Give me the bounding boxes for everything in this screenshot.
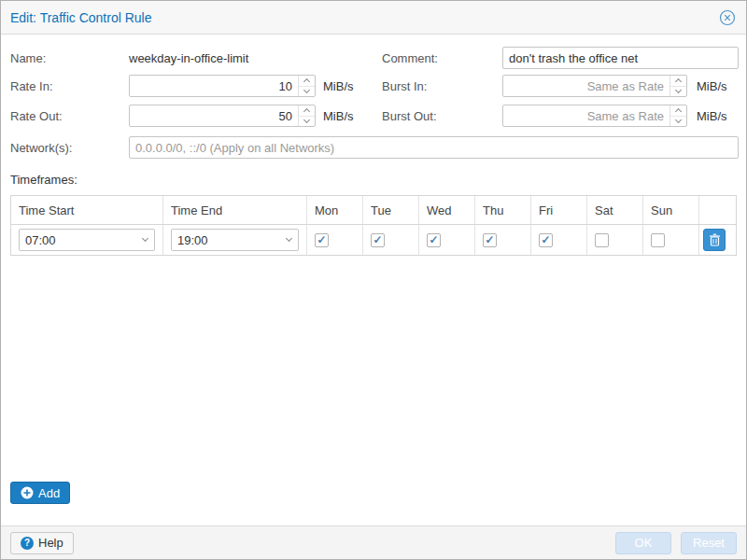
chevron-down-icon [141,235,148,242]
rate-out-unit: MiB/s [323,109,354,123]
comment-field-wrap [502,47,739,69]
burst-out-input[interactable] [503,105,686,126]
trash-icon [709,233,721,246]
header-time-start[interactable]: Time Start [11,196,163,224]
burst-in-spinner [669,76,686,96]
timeframes-grid: Time Start Time End Mon Tue Wed Thu Fri … [10,195,737,256]
rate-out-label: Rate Out: [10,109,63,123]
burst-out-label: Burst Out: [382,109,437,123]
rate-in-spinner [298,76,315,96]
rate-in-field-wrap [129,75,316,97]
day-cell-wed [419,225,475,255]
header-actions [699,196,736,224]
burst-in-spin-up[interactable] [670,76,686,87]
name-value: weekday-in-office-limit [129,51,248,65]
close-button[interactable] [718,8,737,27]
dialog-titlebar: Edit: Traffic Control Rule [1,1,746,35]
burst-in-spin-down[interactable] [670,87,686,97]
row-actions-cell [699,225,736,255]
timeframes-header-row: Time Start Time End Mon Tue Wed Thu Fri … [11,196,736,225]
day-cell-sat [587,225,643,255]
day-cell-tue [363,225,419,255]
add-button-label: Add [38,486,60,500]
checkbox-thu[interactable] [483,233,497,247]
day-cell-sun [643,225,699,255]
networks-input[interactable] [130,137,738,158]
checkbox-mon[interactable] [315,233,329,247]
time-end-cell [163,225,307,255]
timeframes-label: Timeframes: [10,173,78,187]
reset-button[interactable]: Reset [681,532,737,554]
delete-row-button[interactable] [703,229,726,251]
timeframe-row [11,225,736,255]
time-start-input[interactable] [20,230,154,250]
rate-in-input[interactable] [130,76,315,96]
checkbox-fri[interactable] [539,233,553,247]
rate-in-spin-up[interactable] [299,76,315,87]
dialog-title: Edit: Traffic Control Rule [10,10,151,25]
networks-field-wrap [129,136,739,159]
time-start-combo [19,229,155,251]
burst-out-spin-up[interactable] [670,105,686,117]
rate-out-spinner [298,105,315,126]
day-cell-fri [531,225,587,255]
burst-in-input[interactable] [503,76,686,96]
rate-in-spin-down[interactable] [299,87,315,97]
day-cell-thu [475,225,531,255]
rate-out-field-wrap [129,105,316,127]
help-button-label: Help [38,536,63,550]
header-tue[interactable]: Tue [363,196,419,224]
burst-out-spinner [669,105,686,126]
networks-label: Network(s): [10,141,72,155]
time-end-dropdown-trigger[interactable] [279,230,298,250]
help-button[interactable]: ? Help [10,532,74,554]
checkbox-sat[interactable] [595,233,609,247]
header-time-end[interactable]: Time End [163,196,307,224]
header-sat[interactable]: Sat [587,196,643,224]
dialog-footer: ? Help OK Reset [1,525,746,559]
header-sun[interactable]: Sun [643,196,699,224]
chevron-down-icon [285,235,291,242]
burst-out-spin-down[interactable] [670,117,686,127]
add-timeframe-button[interactable]: Add [10,482,70,504]
time-start-cell [11,225,163,255]
burst-in-field-wrap [502,75,687,97]
add-plus-icon [21,486,34,499]
rate-out-input[interactable] [130,105,315,126]
header-mon[interactable]: Mon [307,196,363,224]
checkbox-tue[interactable] [371,233,385,247]
burst-in-unit: MiB/s [697,79,727,93]
name-label: Name: [10,51,46,65]
close-icon [719,9,736,26]
ok-button[interactable]: OK [615,532,671,554]
burst-in-label: Burst In: [382,79,427,93]
day-cell-mon [307,225,363,255]
rate-out-spin-up[interactable] [299,105,315,117]
checkbox-wed[interactable] [427,233,441,247]
time-end-combo [171,229,299,251]
rate-out-spin-down[interactable] [299,117,315,127]
burst-out-unit: MiB/s [697,109,727,123]
rate-in-label: Rate In: [10,79,53,93]
checkbox-sun[interactable] [651,233,665,247]
header-fri[interactable]: Fri [531,196,587,224]
edit-traffic-control-rule-dialog: Edit: Traffic Control Rule Name: weekday… [0,0,747,560]
help-icon: ? [21,537,34,550]
time-start-dropdown-trigger[interactable] [135,230,154,250]
comment-input[interactable] [503,48,738,68]
rate-in-unit: MiB/s [323,79,354,93]
header-wed[interactable]: Wed [419,196,475,224]
header-thu[interactable]: Thu [475,196,531,224]
comment-label: Comment: [382,51,438,65]
burst-out-field-wrap [502,105,687,127]
